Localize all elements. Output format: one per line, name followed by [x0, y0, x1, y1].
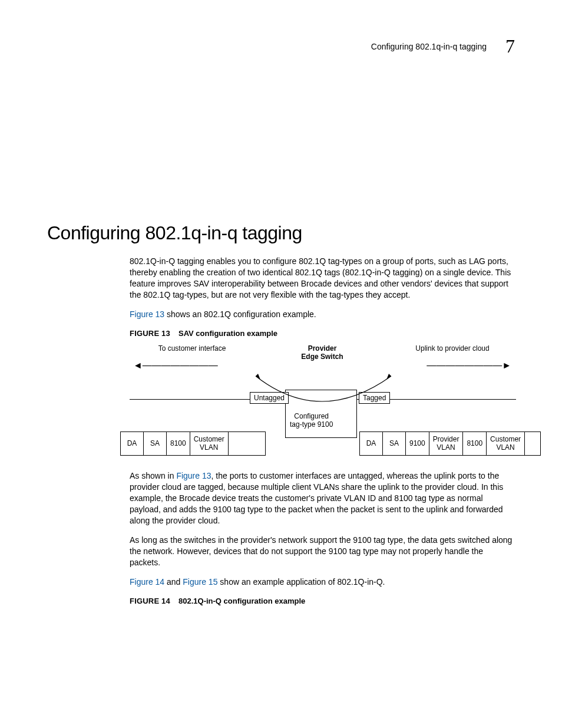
configured-tag-label: Configured tag-type 9100 [290, 413, 333, 428]
arrow-right-icon: ————————► [427, 362, 511, 370]
text: shows an 802.1Q configuration example. [164, 309, 316, 319]
figure-caption-line: FIGURE 13SAV configuration example [130, 328, 515, 338]
figure-ref-link[interactable]: Figure 15 [183, 577, 217, 587]
config-arrow-icon [232, 374, 415, 415]
chapter-number: 7 [505, 35, 515, 57]
packet-tagged: DA SA 9100 ProviderVLAN 8100 CustomerVLA… [359, 431, 541, 455]
paragraph: 802.1Q-in-Q tagging enables you to confi… [130, 256, 515, 301]
body-content: 802.1Q-in-Q tagging enables you to confi… [130, 256, 515, 606]
text: As shown in [130, 471, 176, 480]
paragraph: As shown in Figure 13, the ports to cust… [130, 470, 515, 526]
sav-diagram: To customer interface Provider Edge Swit… [130, 344, 515, 462]
page-title: Configuring 802.1q-in-q tagging [47, 222, 515, 244]
paragraph: Figure 14 and Figure 15 show an example … [130, 577, 515, 588]
arrow-left-icon: ◄———————— [133, 362, 218, 370]
header-section-title: Configuring 802.1q-in-q tagging [371, 42, 487, 51]
figure-ref-link[interactable]: Figure 14 [130, 577, 164, 587]
figure-label: FIGURE 14 [130, 597, 170, 605]
diag-left-label: To customer interface [133, 344, 251, 353]
packet-untagged: DA SA 8100 CustomerVLAN [120, 431, 266, 455]
figure-caption-line: FIGURE 14802.1Q-in-Q configuration examp… [130, 595, 515, 606]
figure-ref-link[interactable]: Figure 13 [176, 471, 211, 480]
paragraph: As long as the switches in the provider'… [130, 535, 515, 568]
paragraph: Figure 13 shows an 802.1Q configuration … [130, 309, 515, 320]
figure-ref-link[interactable]: Figure 13 [130, 309, 164, 319]
figure-caption: 802.1Q-in-Q configuration example [178, 597, 305, 605]
diag-center-label: Provider Edge Switch [281, 344, 363, 361]
diag-right-label: Uplink to provider cloud [394, 344, 511, 353]
page: Configuring 802.1q-in-q tagging 7 Config… [0, 0, 562, 647]
figure-caption: SAV configuration example [178, 329, 277, 338]
text: and [164, 577, 183, 587]
figure-label: FIGURE 13 [130, 329, 170, 338]
text: show an example application of 802.1Q-in… [217, 577, 385, 587]
running-header: Configuring 802.1q-in-q tagging 7 [47, 35, 515, 57]
